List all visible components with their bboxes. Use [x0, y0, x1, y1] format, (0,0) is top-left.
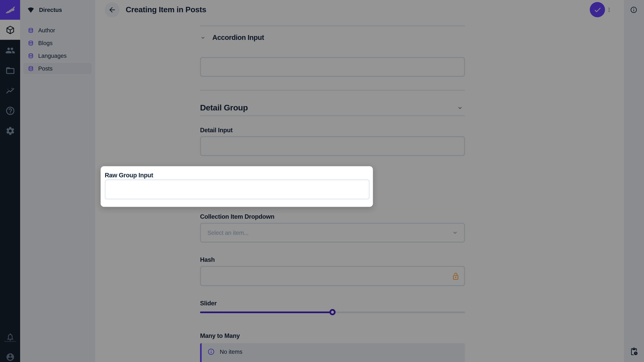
directus-app: Directus Author Blogs Languages Posts [0, 0, 644, 362]
raw-group-text-input[interactable] [106, 180, 369, 199]
raw-group-input-label: Raw Group Input [105, 172, 153, 179]
raw-group-input-field[interactable] [105, 179, 370, 199]
raw-group-input-spotlight: Raw Group Input [100, 166, 373, 207]
